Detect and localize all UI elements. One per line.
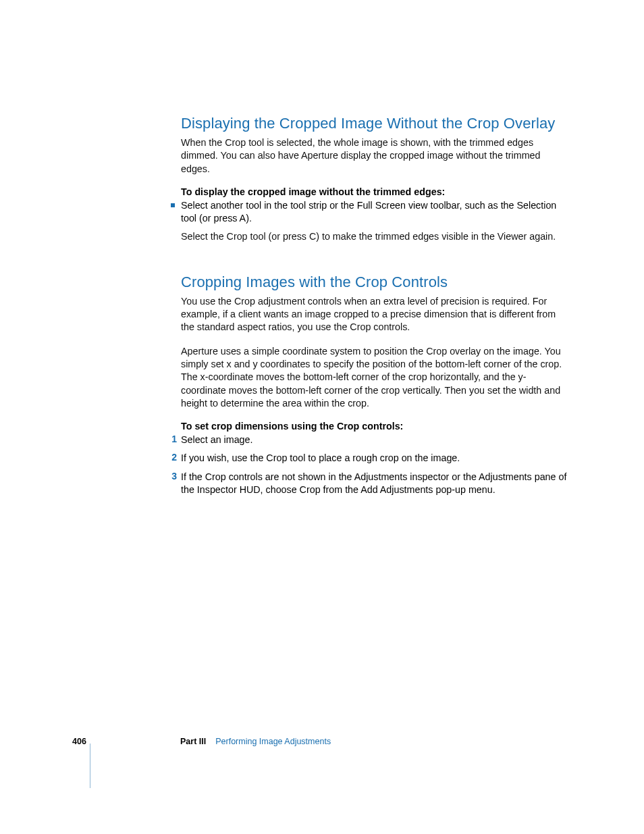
- part-label: Part III: [180, 737, 206, 746]
- bullet-icon: [171, 203, 175, 207]
- body-paragraph: Aperture uses a simple coordinate system…: [181, 345, 570, 410]
- footer-rule: [90, 744, 90, 788]
- step-item: 2 If you wish, use the Crop tool to plac…: [181, 452, 570, 465]
- procedure-lead: To display the cropped image without the…: [181, 186, 570, 197]
- page-footer: 406 Part III Performing Image Adjustment…: [72, 737, 644, 746]
- procedure-lead: To set crop dimensions using the Crop co…: [181, 421, 570, 432]
- step-item: 3 If the Crop controls are not shown in …: [181, 471, 570, 497]
- section-heading: Displaying the Cropped Image Without the…: [181, 115, 570, 132]
- body-paragraph: You use the Crop adjustment controls whe…: [181, 295, 570, 334]
- section-heading: Cropping Images with the Crop Controls: [181, 273, 570, 291]
- step-item: 1 Select an image.: [181, 434, 570, 446]
- step-text: Select an image.: [181, 434, 253, 446]
- document-page: Displaying the Cropped Image Without the…: [0, 0, 644, 834]
- step-text: If the Crop controls are not shown in th…: [181, 471, 570, 497]
- step-number: 3: [171, 471, 177, 481]
- step-number: 2: [171, 452, 177, 463]
- body-paragraph: Select the Crop tool (or press C) to mak…: [181, 230, 570, 243]
- bullet-text: Select another tool in the tool strip or…: [181, 199, 570, 226]
- step-text: If you wish, use the Crop tool to place …: [181, 452, 460, 465]
- page-number: 406: [72, 737, 180, 746]
- part-title: Performing Image Adjustments: [215, 737, 331, 746]
- bullet-item: Select another tool in the tool strip or…: [181, 199, 570, 226]
- step-number: 1: [171, 434, 177, 444]
- body-paragraph: When the Crop tool is selected, the whol…: [181, 136, 570, 176]
